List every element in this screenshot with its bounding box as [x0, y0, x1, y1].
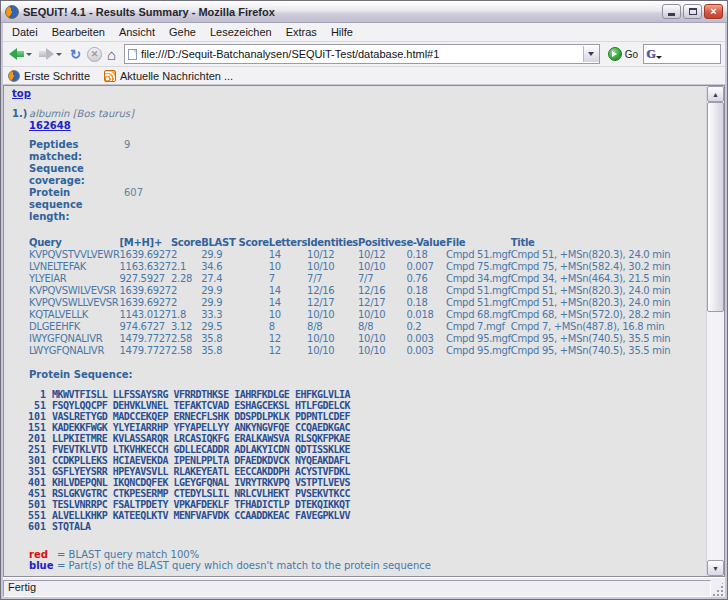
cell-score: 2	[171, 297, 201, 309]
cell-query: YLYEIAR	[29, 273, 120, 285]
cell-query: LVNELTEFAK	[29, 261, 120, 273]
cell-identities: 10/12	[307, 249, 358, 261]
back-dropdown-icon[interactable]	[26, 53, 32, 56]
menu-bar: DateiBearbeitenAnsichtGeheLesezeichenExt…	[3, 23, 725, 42]
menu-item[interactable]: Ansicht	[112, 25, 162, 39]
menu-item[interactable]: Datei	[5, 25, 45, 39]
search-input[interactable]: G	[643, 44, 721, 64]
cell-evalue: 0.18	[406, 297, 446, 309]
title-bar[interactable]: SEQUiT! 4.1 - Results Summary - Mozilla …	[1, 1, 727, 23]
back-button[interactable]	[7, 44, 34, 64]
column-header-evalue: e-Value	[406, 237, 446, 249]
cell-mh: 1479.7727	[120, 333, 171, 345]
table-row: LWYGFQNALIVR 1479.7727 2.58 35.8 12 10/1…	[29, 345, 698, 357]
home-icon: ⌂	[107, 47, 116, 62]
cell-positives: 10/10	[358, 309, 406, 321]
cell-positives: 8/8	[358, 321, 406, 333]
cell-letters: 12	[269, 345, 307, 357]
cell-title: Cmpd 95, +MSn(740.5), 35.5 min	[511, 333, 698, 345]
cell-file: Cmpd 95.mgf	[446, 345, 511, 357]
page: top 1.) albumin [Bos taurus] 162648 Pept…	[4, 86, 706, 576]
column-header-title: Title	[511, 237, 698, 249]
table-row: YLYEIAR 927.5927 2.28 27.4 7 7/7 7/7 0.7…	[29, 273, 698, 285]
menu-item[interactable]: Extras	[279, 25, 324, 39]
minimize-button[interactable]	[662, 4, 681, 19]
back-arrow-icon	[9, 48, 24, 60]
sequence-position: 1	[12, 389, 46, 400]
legend-term: blue	[29, 560, 57, 571]
cell-blast-score: 27.4	[201, 273, 269, 285]
table-row: DLGEEHFK 974.6727 3.12 29.5 8 8/8 8/8 0.…	[29, 321, 698, 333]
menu-item[interactable]: Gehe	[162, 25, 203, 39]
maximize-button[interactable]	[683, 4, 702, 19]
cell-score: 2.28	[171, 273, 201, 285]
sequence-position: 551	[12, 510, 46, 521]
cell-score: 2	[171, 285, 201, 297]
sequence-position: 351	[12, 466, 46, 477]
cell-title: Cmpd 51, +MSn(820.3), 24.0 min	[511, 297, 698, 309]
cell-query: KVPQVSWLLVEVSR	[29, 297, 120, 309]
sequence-residues: KHLVDEPQNL IKQNCDQFEK LGEYGFQNAL IVRYTRK…	[52, 477, 350, 488]
sequence-line: 101 VASLRETYGD MADCCEKQEP ERNECFLSHK DDS…	[12, 411, 698, 422]
go-button[interactable]: Go	[606, 47, 640, 61]
url-bar[interactable]: file:///D:/Sequit-Batchanalysen/SEQUiT-T…	[124, 44, 600, 64]
cell-letters: 12	[269, 333, 307, 345]
google-icon: G	[646, 47, 655, 62]
cell-query: KQTALVELLK	[29, 309, 120, 321]
reload-button[interactable]: ↻	[67, 44, 84, 64]
stop-button[interactable]: ✕	[87, 47, 102, 62]
cell-title: Cmpd 68, +MSn(572.0), 28.2 min	[511, 309, 698, 321]
stop-icon: ✕	[91, 49, 99, 59]
forward-dropdown-icon[interactable]	[56, 53, 62, 56]
menu-item[interactable]: Hilfe	[324, 25, 360, 39]
cell-score: 2.1	[171, 261, 201, 273]
scroll-up-button[interactable]: ▲	[707, 86, 724, 102]
close-button[interactable]: ×	[704, 4, 723, 19]
cell-evalue: 0.2	[406, 321, 446, 333]
scrollbar-track[interactable]	[707, 102, 724, 560]
sequence-residues: LLPKIETMRE KVLASSARQR LRCASIQKFG ERALKAW…	[52, 433, 350, 444]
home-button[interactable]: ⌂	[105, 44, 118, 64]
vertical-scrollbar[interactable]: ▲ ▼	[706, 86, 724, 576]
cell-file: Cmpd 51.mgf	[446, 297, 511, 309]
cell-positives: 12/17	[358, 297, 406, 309]
navigation-toolbar: ↻ ✕ ⌂ file:///D:/Sequit-Batchanalysen/SE…	[3, 42, 725, 67]
forward-arrow-icon	[39, 48, 54, 60]
sequence-line: 601 STQTALA	[12, 521, 698, 532]
table-header-row: Query [M+H]+ Score BLAST Score Letters I…	[29, 237, 698, 249]
cell-mh: 927.5927	[120, 273, 171, 285]
status-bar: Fertig	[3, 577, 725, 597]
cell-query: KVPQVSWILVEVSR	[29, 285, 120, 297]
menu-item[interactable]: Bearbeiten	[45, 25, 112, 39]
column-header-letters: Letters	[269, 237, 307, 249]
chevron-down-icon	[588, 52, 594, 56]
forward-button[interactable]	[37, 44, 64, 64]
sequence-residues: FVEVTKLVTD LTKVHKECCH GDLLECADDR ADLAKYI…	[52, 444, 350, 455]
menu-item[interactable]: Lesezeichen	[203, 25, 279, 39]
cell-evalue: 0.18	[406, 249, 446, 261]
search-dropdown-icon[interactable]	[656, 56, 662, 59]
bookmark-aktuelle-nachrichten[interactable]: Aktuelle Nachrichten ...	[104, 70, 233, 82]
resize-grip-icon[interactable]	[711, 580, 725, 597]
cell-title: Cmpd 34, +MSn(464.3), 21.5 min	[511, 273, 698, 285]
sequence-residues: STQTALA	[52, 521, 91, 532]
table-row: KQTALVELLK 1143.0127 1.8 33.3 10 10/10 1…	[29, 309, 698, 321]
cell-letters: 10	[269, 261, 307, 273]
legend-row: red = BLAST query match 100%	[29, 549, 698, 560]
scroll-down-button[interactable]: ▼	[707, 560, 724, 576]
cell-title: Cmpd 51, +MSn(820.3), 24.0 min	[511, 249, 698, 261]
sequence-residues: MKWVTFISLL LLFSSAYSRG VFRRDTHKSE IAHRFKD…	[52, 389, 350, 400]
stat-row: Sequence coverage:	[29, 163, 698, 187]
sequence-position: 451	[12, 488, 46, 499]
accession-link[interactable]: 162648	[29, 120, 71, 131]
cell-identities: 12/16	[307, 285, 358, 297]
url-dropdown-button[interactable]	[583, 46, 599, 62]
top-link[interactable]: top	[12, 88, 31, 99]
bookmark-erste-schritte[interactable]: Erste Schritte	[8, 70, 90, 82]
scrollbar-thumb[interactable]	[707, 102, 724, 312]
url-input[interactable]: file:///D:/Sequit-Batchanalysen/SEQUiT-T…	[137, 48, 583, 60]
cell-letters: 14	[269, 297, 307, 309]
minimize-icon	[668, 13, 675, 16]
column-header-positives: Positives	[358, 237, 406, 249]
sequence-position: 601	[12, 521, 46, 532]
